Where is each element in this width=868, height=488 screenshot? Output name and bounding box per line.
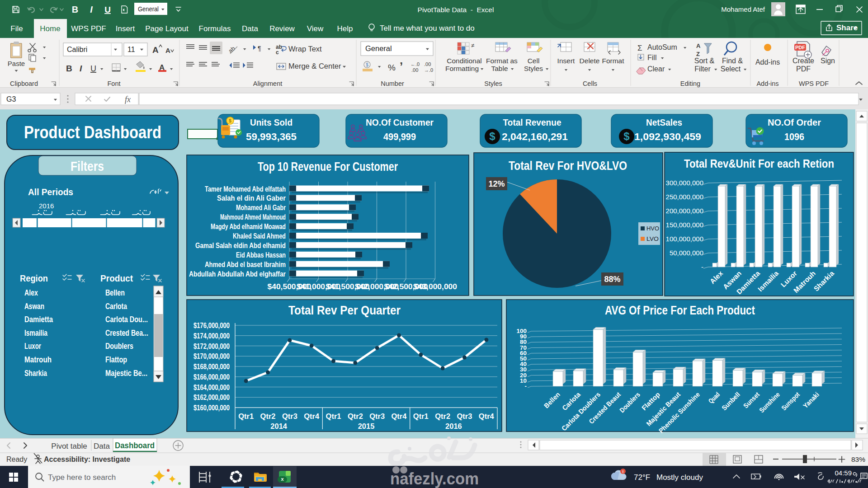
svg-text:Mostly cloudy: Mostly cloudy: [656, 473, 703, 482]
svg-text:Qtr3: Qtr3: [369, 412, 385, 420]
svg-text:88%: 88%: [604, 275, 620, 284]
svg-text:$: $: [229, 118, 231, 123]
svg-text:Filters: Filters: [71, 159, 104, 174]
svg-text:Qtr2: Qtr2: [435, 412, 450, 420]
svg-text:B: B: [66, 64, 72, 73]
svg-text:Carlota Dou...: Carlota Dou...: [105, 314, 148, 324]
svg-text:$166,000,000: $166,000,000: [193, 373, 230, 381]
svg-text:$: $: [366, 62, 368, 67]
svg-text:Format as: Format as: [486, 57, 518, 65]
svg-text:Khaled Said Ahmed: Khaled Said Ahmed: [233, 232, 286, 240]
svg-text:Total Rev Per Quarter: Total Rev Per Quarter: [288, 303, 401, 317]
svg-text:x: x: [281, 476, 284, 482]
svg-text:$174,000,000: $174,000,000: [193, 332, 230, 340]
svg-text:Dashboard: Dashboard: [115, 441, 155, 450]
svg-text:Salah el din Ali Gaber: Salah el din Ali Gaber: [217, 194, 286, 202]
svg-text:Help: Help: [337, 24, 353, 33]
svg-text:Total Rev&Unit For each Retion: Total Rev&Unit For each Retion: [684, 157, 834, 170]
svg-text:Mohamed Atef: Mohamed Atef: [721, 5, 765, 13]
svg-text:Carlota: Carlota: [105, 301, 127, 311]
svg-text:Product: Product: [100, 273, 133, 283]
svg-text:PivotTable Data - Excel: PivotTable Data - Excel: [418, 6, 494, 14]
svg-text:$: $: [623, 130, 630, 142]
svg-text:Mohamed Ali Gabr: Mohamed Ali Gabr: [236, 203, 286, 212]
svg-text:$176,000,000: $176,000,000: [193, 321, 230, 330]
svg-text:$164,000,000: $164,000,000: [193, 383, 230, 392]
svg-text:$162,000,000: $162,000,000: [193, 393, 230, 402]
svg-text:Fill: Fill: [647, 54, 656, 61]
svg-text:AVG Of Price For Each Product: AVG Of Price For Each Product: [605, 303, 755, 317]
svg-text:$43,000,000: $43,000,000: [413, 282, 457, 291]
svg-text:NO.Of Customer: NO.Of Customer: [366, 117, 434, 127]
svg-text:150,000,000: 150,000,000: [666, 221, 703, 229]
svg-text:Styles: Styles: [524, 65, 543, 72]
svg-text:Styles: Styles: [484, 80, 502, 87]
svg-text:Qtr1: Qtr1: [326, 412, 341, 420]
svg-text:File: File: [10, 24, 23, 33]
svg-text:2016: 2016: [445, 422, 462, 430]
svg-text:Sign: Sign: [821, 57, 835, 65]
svg-text:Mahmoud Ahmed Mahmoud: Mahmoud Ahmed Mahmoud: [220, 213, 286, 221]
svg-text:Flattop: Flattop: [105, 355, 127, 364]
svg-text:Matrouh: Matrouh: [24, 355, 52, 364]
svg-text:$170,000,000: $170,000,000: [193, 352, 230, 361]
svg-text:Find &: Find &: [722, 57, 743, 65]
svg-text:Filter: Filter: [694, 65, 711, 73]
svg-text:←.0: ←.0: [410, 61, 420, 67]
svg-text:Qtr2: Qtr2: [348, 412, 363, 420]
svg-text:2014: 2014: [270, 422, 288, 430]
svg-text:.00: .00: [424, 61, 431, 67]
svg-text:PDF: PDF: [795, 45, 805, 50]
svg-text:Qtr3: Qtr3: [282, 412, 297, 420]
svg-text:I: I: [90, 5, 93, 14]
svg-text:nafezly.com: nafezly.com: [390, 469, 479, 488]
svg-text:G3: G3: [6, 95, 16, 103]
svg-text:Insert: Insert: [557, 57, 575, 65]
svg-text:LVO: LVO: [646, 235, 659, 242]
svg-text:$168,000,000: $168,000,000: [193, 362, 230, 371]
svg-text:Clipboard: Clipboard: [10, 80, 38, 87]
svg-text:2016: 2016: [39, 202, 54, 210]
svg-text:Abdullah Abdullah Abd elghaffa: Abdullah Abdullah Abd elghaffar: [189, 270, 286, 278]
svg-text:PDF: PDF: [796, 65, 811, 73]
svg-text:A: A: [152, 45, 159, 55]
svg-text:Format: Format: [602, 57, 624, 65]
svg-text:Conditional: Conditional: [447, 57, 482, 65]
svg-text:≠: ≠: [471, 42, 474, 49]
svg-text:-: -: [525, 383, 527, 389]
svg-text:83%: 83%: [851, 455, 865, 463]
svg-text:Editing: Editing: [680, 80, 700, 87]
svg-text:NetSales: NetSales: [646, 117, 682, 127]
svg-text:Aswan: Aswan: [24, 301, 44, 311]
svg-text:Insert: Insert: [116, 24, 135, 33]
svg-text:Majestic Be...: Majestic Be...: [105, 368, 147, 378]
svg-text:59,993,365: 59,993,365: [246, 131, 297, 142]
svg-text:Type here to search: Type here to search: [48, 473, 116, 482]
svg-text:Qtr1: Qtr1: [238, 412, 254, 420]
svg-text:Paste: Paste: [8, 60, 25, 67]
svg-text:Cells: Cells: [583, 80, 597, 87]
svg-text:$: $: [489, 130, 495, 142]
svg-text:Ismailia: Ismailia: [24, 328, 47, 338]
svg-text:I: I: [80, 64, 82, 73]
svg-text:Region: Region: [20, 273, 48, 283]
svg-text:’: ’: [400, 60, 403, 73]
svg-text:Magdy Abd elhamid Moawad: Magdy Abd elhamid Moawad: [211, 222, 286, 231]
svg-text:Eid Abbas Hassan: Eid Abbas Hassan: [236, 251, 286, 259]
svg-text:→.0: →.0: [424, 67, 433, 73]
svg-text:$172,000,000: $172,000,000: [193, 342, 230, 351]
svg-text:1,092,930,459: 1,092,930,459: [634, 131, 701, 142]
svg-text:Units Sold: Units Sold: [250, 117, 292, 127]
svg-text:Sharkia: Sharkia: [24, 368, 47, 378]
svg-text:Luxor: Luxor: [24, 341, 41, 351]
svg-text:NO.Of Order: NO.Of Order: [768, 117, 821, 127]
svg-text:View: View: [307, 24, 324, 33]
svg-text:.00: .00: [411, 67, 418, 73]
svg-text:100,000,000: 100,000,000: [666, 235, 703, 243]
svg-text:AutoSum: AutoSum: [647, 43, 677, 51]
svg-text:Formulas: Formulas: [199, 24, 231, 33]
svg-text:Qtr1: Qtr1: [413, 412, 429, 420]
svg-text:A: A: [696, 42, 701, 49]
svg-text:72°F: 72°F: [634, 473, 650, 482]
svg-text:Pivot table: Pivot table: [51, 442, 87, 450]
